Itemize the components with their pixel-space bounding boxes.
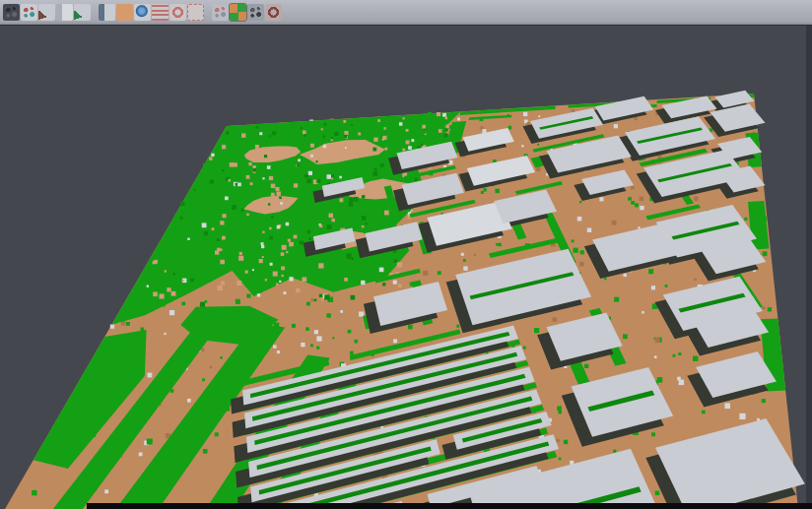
vegetation-icon[interactable] — [74, 4, 91, 21]
classification-view-icon[interactable] — [230, 4, 246, 21]
target-icon[interactable] — [169, 4, 186, 21]
bottom-edge-bar — [87, 503, 812, 509]
list-icon[interactable] — [152, 4, 169, 21]
color-scalar-icon[interactable] — [21, 4, 37, 21]
mesh-icon[interactable] — [247, 4, 264, 21]
panel-icon[interactable] — [99, 4, 115, 21]
delete-tool-icon[interactable] — [265, 4, 282, 21]
terrain-icon[interactable] — [38, 4, 55, 21]
point-cloud-canvas[interactable] — [0, 26, 812, 509]
globe-icon[interactable] — [134, 4, 151, 21]
selection-icon[interactable] — [187, 4, 204, 21]
clip-box-icon[interactable] — [212, 4, 229, 21]
toolbar — [0, 0, 812, 26]
point-cloud-icon[interactable] — [3, 4, 20, 21]
viewport-3d[interactable] — [0, 26, 812, 509]
app-window: { "window": { "title": "3D point cloud c… — [0, 0, 812, 509]
snapshot-icon[interactable] — [56, 4, 73, 21]
ortho-view-icon[interactable] — [116, 4, 133, 21]
